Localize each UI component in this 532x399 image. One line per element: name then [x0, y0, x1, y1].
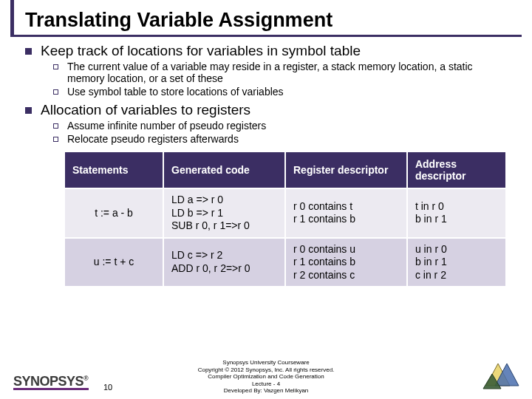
hollow-square-icon [53, 64, 58, 69]
partner-logo [482, 359, 522, 393]
bullet-level2: The current value of a variable may resi… [53, 61, 511, 84]
th-statements: Statements [64, 151, 163, 188]
cell-generated: LD c => r 2ADD r 0, r 2=>r 0 [163, 238, 285, 287]
cell-address: t in r 0b in r 1 [407, 188, 506, 238]
bullet-text: Relocate pseudo registers afterwards [67, 133, 239, 145]
logo-text: SYNOPSYS [13, 374, 83, 389]
cell-statement: u := t + c [64, 238, 163, 287]
bullet-level1: Keep track of locations for variables in… [25, 43, 511, 59]
table-row: t := a - b LD a => r 0LD b => r 1SUB r 0… [64, 188, 506, 238]
cell-register: r 0 contains ur 1 contains br 2 contains… [285, 238, 407, 287]
cell-register: r 0 contains tr 1 contains b [285, 188, 407, 238]
bullet-text: The current value of a variable may resi… [67, 61, 511, 84]
th-address-descriptor: Address descriptor [407, 151, 506, 188]
cell-generated: LD a => r 0LD b => r 1SUB r 0, r 1=>r 0 [163, 188, 285, 238]
registered-icon: ® [83, 375, 88, 382]
slide-body: Keep track of locations for variables in… [0, 43, 532, 287]
table-row: u := t + c LD c => r 2ADD r 0, r 2=>r 0 … [64, 238, 506, 287]
page-title: Translating Variable Assignment [25, 9, 522, 32]
footer-line: Synopsys University Courseware [0, 359, 532, 366]
bullet-level1: Allocation of variables to registers [25, 102, 511, 118]
cell-address: u in r 0b in r 1c in r 2 [407, 238, 506, 287]
cell-statement: t := a - b [64, 188, 163, 238]
hollow-square-icon [53, 137, 58, 142]
table-header-row: Statements Generated code Register descr… [64, 151, 506, 188]
hollow-square-icon [53, 89, 58, 95]
hollow-square-icon [53, 123, 58, 129]
footer-line: Copyright © 2012 Synopsys, Inc. All righ… [0, 366, 532, 374]
title-bar: Translating Variable Assignment [10, 0, 522, 37]
square-bullet-icon [25, 107, 32, 114]
abstract-logo-icon [482, 359, 522, 390]
bullet-text: Keep track of locations for variables in… [41, 43, 361, 59]
bullet-level2: Use symbol table to store locations of v… [53, 86, 511, 98]
th-generated-code: Generated code [163, 151, 285, 188]
synopsys-logo: SYNOPSYS® [13, 374, 89, 390]
square-bullet-icon [25, 48, 32, 55]
bullet-text: Use symbol table to store locations of v… [67, 86, 284, 98]
page-number: 10 [103, 383, 112, 392]
bullet-level2: Relocate pseudo registers afterwards [53, 133, 511, 145]
bullet-text: Allocation of variables to registers [41, 102, 250, 118]
th-register-descriptor: Register descriptor [285, 151, 407, 188]
bullet-text: Assume infinite number of pseudo registe… [67, 120, 266, 132]
bullet-level2: Assume infinite number of pseudo registe… [53, 120, 511, 132]
code-generation-table: Statements Generated code Register descr… [64, 151, 507, 287]
